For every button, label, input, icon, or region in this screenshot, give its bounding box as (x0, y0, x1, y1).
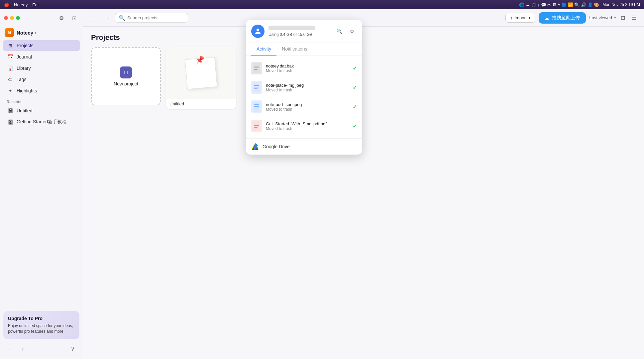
svg-rect-16 (254, 127, 258, 128)
popup-header: Using 0.4 GB of 15.0 GB 🔍 ⚙ (246, 20, 362, 43)
sidebar-journal-label: Journal (17, 54, 32, 60)
projects-title: Projects (91, 33, 120, 42)
svg-rect-8 (254, 88, 258, 89)
layout-icon[interactable]: ⊡ (69, 13, 79, 23)
file-info: Get_Started_With_Smallpdf.pdf Moved to t… (266, 121, 349, 131)
file-icon-pdf (251, 120, 262, 132)
pushpin-icon: 📌 (195, 56, 205, 65)
file-name: note-place-img.jpeg (266, 83, 349, 88)
minimize-button[interactable] (10, 16, 14, 20)
help-button[interactable]: ? (68, 344, 77, 354)
apple-menu[interactable]: 🍎 (4, 2, 9, 7)
maximize-button[interactable] (16, 16, 20, 20)
app-menu-edit[interactable]: Edit (32, 2, 40, 7)
projects-area: Projects □ New project 📌 (83, 27, 644, 359)
file-status: Moved to trash (266, 126, 349, 131)
sidebar-item-journal[interactable]: 📅 Journal (3, 52, 80, 62)
file-status: Moved to trash (266, 107, 349, 112)
check-icon: ✓ (353, 84, 357, 91)
file-status: Moved to trash (266, 68, 349, 73)
user-avatar (251, 25, 265, 38)
popup-search-button[interactable]: 🔍 (334, 26, 344, 36)
svg-point-0 (257, 29, 259, 31)
sidebar-item-untitled[interactable]: 📓 Untitled (3, 105, 80, 116)
cloud-icon: ☁ (545, 15, 549, 21)
sidebar-getting-started-label: Getting Started新手教程 (17, 119, 66, 125)
file-status: Moved to trash (266, 88, 349, 92)
upload-button[interactable]: ☁ 拖拽至此上传 (539, 12, 586, 24)
cloud-popup: Using 0.4 GB of 15.0 GB 🔍 ⚙ Activity Not… (246, 20, 362, 155)
sidebar-bottom: Upgrade To Pro Enjoy unlimited space for… (0, 307, 83, 359)
svg-rect-7 (254, 87, 259, 87)
sticky-note: 📌 (185, 57, 217, 89)
popup-footer[interactable]: Google Drive (246, 138, 362, 155)
chevron-down-icon[interactable]: ▾ (35, 31, 37, 35)
sidebar-untitled-label: Untitled (17, 108, 32, 113)
upgrade-card: Upgrade To Pro Enjoy unlimited space for… (3, 311, 79, 339)
svg-rect-2 (254, 66, 259, 66)
sidebar-item-getting-started[interactable]: 📓 Getting Started新手教程 (3, 117, 80, 127)
sidebar-item-library[interactable]: 📊 Library (3, 63, 80, 73)
back-button[interactable]: ← (88, 13, 98, 23)
user-info: Using 0.4 GB of 15.0 GB (268, 26, 330, 37)
app-container: ⚙ ⊡ N Noteey ▾ ⊞ Projects 📅 Journal 📊 Li… (0, 9, 644, 359)
sidebar-top-icons: ⚙ ⊡ (57, 13, 79, 23)
app-menu-noteey[interactable]: Noteey (14, 2, 28, 7)
recents-section-label: Recents (0, 96, 83, 105)
google-drive-label: Google Drive (263, 144, 290, 149)
projects-grid: □ New project 📌 Untitled (91, 47, 636, 109)
import-button[interactable]: ↑ Import ▾ (505, 13, 535, 23)
library-icon: 📊 (7, 65, 13, 71)
username-blur (268, 26, 315, 30)
popup-header-actions: 🔍 ⚙ (334, 26, 357, 36)
sidebar-item-projects[interactable]: ⊞ Projects (3, 40, 80, 51)
list-view-button[interactable]: ☰ (629, 13, 639, 23)
sort-chevron-icon[interactable]: ▾ (614, 16, 616, 20)
popup-settings-button[interactable]: ⚙ (347, 26, 357, 36)
file-name: noteey.dat.bak (266, 63, 349, 68)
project-thumbnail: 📌 (166, 47, 236, 99)
projects-icon: ⊞ (7, 43, 13, 49)
sidebar-highlights-label: Highlights (17, 88, 37, 93)
upload-item-button[interactable]: ↑ (18, 344, 27, 354)
check-icon: ✓ (353, 65, 357, 71)
sidebar-projects-label: Projects (17, 43, 34, 48)
svg-rect-3 (254, 67, 259, 68)
check-icon: ✓ (353, 123, 357, 129)
sidebar-item-highlights[interactable]: ✦ Highlights (3, 85, 80, 96)
tab-activity[interactable]: Activity (251, 43, 276, 56)
new-project-icon: □ (120, 66, 132, 78)
toolbar: ← → 🔍 ↑ Import ▾ ☁ 拖拽至此上传 Last viewed ▾ (83, 9, 644, 27)
tags-icon: 🏷 (7, 76, 13, 82)
activity-item: noteey.dat.bak Moved to trash ✓ (246, 59, 362, 78)
new-project-card[interactable]: □ New project (91, 47, 161, 105)
file-info: note-add-Icon.jpeg Moved to trash (266, 102, 349, 112)
file-name: Get_Started_With_Smallpdf.pdf (266, 121, 349, 126)
search-input[interactable] (127, 15, 184, 20)
popup-content: noteey.dat.bak Moved to trash ✓ (246, 56, 362, 138)
forward-button[interactable]: → (102, 13, 111, 23)
sidebar: ⚙ ⊡ N Noteey ▾ ⊞ Projects 📅 Journal 📊 Li… (0, 9, 83, 359)
app-name-row: Noteey ▾ (17, 30, 37, 36)
upgrade-title: Upgrade To Pro (8, 316, 75, 321)
tab-notifications[interactable]: Notifications (276, 43, 312, 56)
highlights-icon: ✦ (7, 88, 13, 94)
projects-header: Projects (91, 33, 636, 42)
close-button[interactable] (4, 16, 8, 20)
new-project-label: New project (114, 81, 138, 86)
import-label: Import (515, 15, 527, 20)
grid-view-button[interactable]: ⊞ (618, 13, 627, 23)
import-icon: ↑ (510, 15, 513, 20)
sidebar-item-tags[interactable]: 🏷 Tags (3, 74, 80, 85)
activity-item: Get_Started_With_Smallpdf.pdf Moved to t… (246, 116, 362, 136)
svg-rect-10 (254, 104, 259, 105)
menu-bar: 🍎 Noteey Edit 🌐 ☁ 🎵 ↓ 💬 ✂ 🖥 A 🔵 📶 🔍 🔊 👤 … (0, 0, 644, 9)
storage-info: Using 0.4 GB of 15.0 GB (268, 32, 330, 37)
toolbar-right: ↑ Import ▾ ☁ 拖拽至此上传 Last viewed ▾ ⊞ ☰ (505, 12, 639, 24)
sidebar-top-bar: ⚙ ⊡ (0, 9, 83, 27)
main-content: ← → 🔍 ↑ Import ▾ ☁ 拖拽至此上传 Last viewed ▾ (83, 9, 644, 359)
project-card[interactable]: 📌 Untitled (166, 47, 236, 109)
settings-icon[interactable]: ⚙ (57, 13, 66, 23)
search-bar[interactable]: 🔍 (115, 13, 188, 23)
add-item-button[interactable]: ＋ (5, 344, 15, 354)
